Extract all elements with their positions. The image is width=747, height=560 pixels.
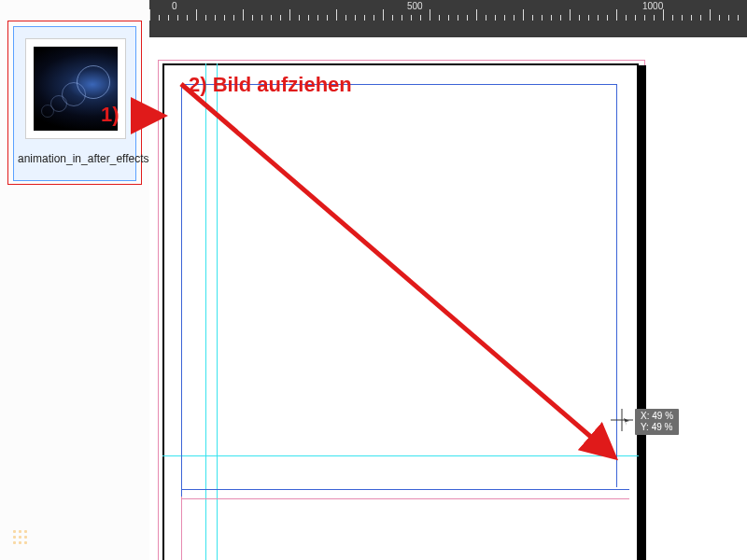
ruler-tick-label: 500 (407, 1, 423, 11)
page-outline (162, 63, 639, 560)
image-frame-edge[interactable] (181, 489, 629, 490)
asset-item[interactable]: animation_in_after_effects.png (13, 26, 136, 181)
document-canvas[interactable] (149, 37, 747, 560)
asset-panel: animation_in_after_effects.png (0, 0, 151, 560)
asset-thumbnail-image (34, 47, 118, 131)
ruler-tick-label: 0 (172, 1, 177, 11)
asset-selection-outline: animation_in_after_effects.png (7, 21, 142, 185)
image-frame-edge[interactable] (616, 84, 617, 487)
secondary-frame-edge (181, 497, 182, 560)
page-shadow (637, 65, 646, 560)
asset-thumbnail[interactable] (25, 38, 126, 139)
asset-filename-label: animation_in_after_effects.png (14, 152, 135, 166)
ruler-tick-label: 1000 (642, 1, 663, 11)
horizontal-ruler[interactable]: 05001000 (149, 0, 747, 21)
image-frame-edge[interactable] (181, 84, 616, 85)
secondary-frame-edge (181, 498, 629, 499)
